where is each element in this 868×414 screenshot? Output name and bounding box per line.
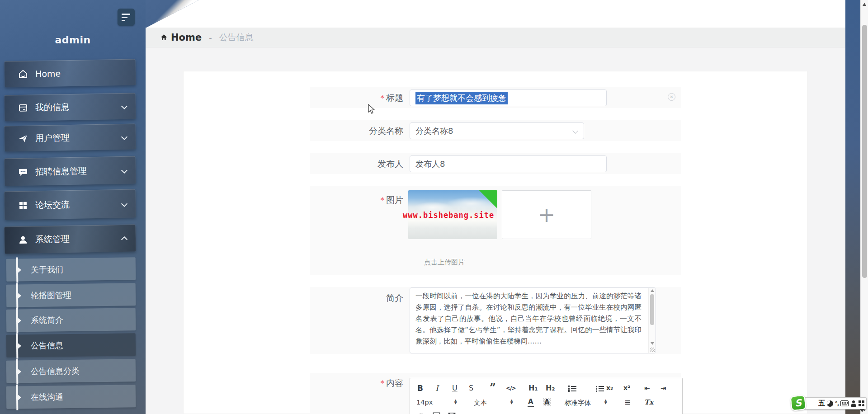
breadcrumb-home-label: Home [171, 32, 202, 43]
image-icon [433, 412, 440, 414]
font-updown-icon[interactable] [604, 399, 607, 405]
sidebar-item-announcement-category[interactable]: 公告信息分类 [6, 359, 136, 383]
title-input[interactable]: 有了梦想就不会感到疲惫 [410, 89, 607, 106]
submenu-marker-icon [16, 283, 19, 308]
text-color-button[interactable]: A [528, 398, 534, 407]
insert-video-button[interactable] [448, 412, 456, 414]
link-button[interactable] [417, 412, 425, 414]
sidebar-item-carousel-management[interactable]: 轮播图管理 [6, 283, 136, 307]
sidebar-item-announcement-info[interactable]: 公告信息 [6, 333, 136, 357]
image-upload-button[interactable]: + [502, 190, 591, 239]
required-asterisk: * [381, 94, 385, 103]
ime-logo[interactable]: S [790, 395, 806, 411]
scrollbar-thumb[interactable] [862, 25, 867, 278]
link-icon [417, 412, 425, 414]
category-select[interactable]: 分类名称8 [410, 122, 584, 139]
superscript-button[interactable]: x² [623, 384, 630, 391]
submenu-label: 在线沟通 [31, 391, 63, 403]
submenu-marker-icon [16, 385, 19, 410]
submenu-label: 公告信息分类 [31, 366, 80, 377]
textarea-scrollbar[interactable] [648, 288, 656, 353]
sidebar-item-system-intro[interactable]: 系统简介 [6, 308, 136, 332]
chevron-down-icon [121, 200, 127, 207]
blockquote-button[interactable]: ” [490, 385, 496, 391]
publisher-value: 发布人8 [415, 159, 445, 169]
submenu-label: 系统简介 [31, 315, 63, 326]
soft-keyboard-icon[interactable] [840, 400, 849, 406]
breadcrumb-separator: - [209, 33, 212, 42]
italic-button[interactable]: I [435, 384, 439, 393]
heading2-button[interactable]: H₂ [546, 384, 555, 392]
sidebar-item-my-info[interactable]: 我的信息 [5, 93, 136, 121]
sidebar-item-forum[interactable]: 论坛交流 [4, 189, 136, 220]
chevron-down-icon [572, 128, 578, 134]
code-button[interactable]: </> [506, 385, 516, 391]
style-updown-icon[interactable] [510, 399, 513, 405]
strikethrough-button[interactable]: S [469, 384, 473, 392]
ime-account-icon[interactable] [850, 400, 857, 407]
home-icon [160, 33, 168, 41]
align-button[interactable]: ≡ [624, 398, 630, 407]
bullet-list-button[interactable] [596, 386, 604, 391]
publisher-input[interactable]: 发布人8 [410, 155, 607, 172]
clear-input-icon[interactable]: ✕ [668, 93, 675, 101]
breadcrumb: Home - 公告信息 [146, 28, 845, 47]
background-color-button[interactable]: A [543, 398, 551, 406]
scroll-down-icon[interactable] [651, 342, 654, 345]
ime-toolbar[interactable]: 五 °, [804, 397, 867, 409]
outdent-button[interactable]: ⇤ [644, 384, 650, 392]
sidebar-item-online-chat[interactable]: 在线沟通 [6, 385, 136, 409]
sidebar-item-label: 论坛交流 [35, 198, 118, 211]
resize-handle-icon[interactable] [650, 348, 655, 352]
sidebar-item-home[interactable]: Home [5, 59, 136, 87]
sidebar-item-system-management[interactable]: 系统管理 [4, 224, 136, 254]
chevron-down-icon [121, 133, 127, 140]
sidebar-item-user-management[interactable]: 用户管理 [5, 123, 136, 151]
intro-label: 简介 [310, 289, 403, 306]
video-icon [448, 412, 456, 414]
bold-button[interactable]: B [417, 384, 423, 393]
home-icon [18, 69, 29, 79]
underline-button[interactable]: U [452, 384, 458, 392]
font-size-select[interactable]: 14px [416, 399, 433, 406]
publisher-label: 发布人 [310, 153, 403, 174]
ime-collapse-icon[interactable] [860, 409, 864, 412]
ime-wubi-button[interactable]: 五 [818, 399, 825, 408]
menu-toggle-button[interactable] [118, 9, 135, 26]
upload-hint: 点击上传图片 [424, 258, 465, 267]
submenu-label: 公告信息 [31, 340, 63, 351]
intro-textarea[interactable]: 一段时间以前，一位在港的大陆学生，因为学业的压力、前途的渺茫等诸多原因，选择了自… [410, 287, 656, 353]
punctuation-mode-button[interactable]: °, [835, 400, 839, 407]
chat-icon [18, 167, 29, 177]
halfwidth-moon-icon[interactable] [827, 400, 833, 407]
chevron-down-icon [121, 103, 127, 109]
insert-image-button[interactable] [433, 412, 440, 414]
ordered-list-button[interactable] [568, 386, 576, 391]
chevron-up-icon [121, 236, 127, 243]
sidebar-item-about-us[interactable]: 关于我们 [6, 257, 136, 281]
right-edge-strip [845, 0, 860, 414]
image-label: *图片 [310, 186, 403, 213]
breadcrumb-home-link[interactable]: Home [160, 32, 202, 43]
clean-format-button[interactable]: Tx [644, 398, 653, 406]
chevron-down-icon [121, 167, 127, 173]
subscript-button[interactable]: x₂ [606, 384, 613, 391]
sidebar-item-recruitment-management[interactable]: 招聘信息管理 [4, 156, 136, 186]
submenu-marker-icon [16, 359, 19, 384]
indent-button[interactable]: ⇥ [660, 384, 666, 392]
page-scrollbar[interactable] [860, 0, 868, 414]
heading1-button[interactable]: H₁ [528, 384, 538, 392]
ime-toolbox-icon[interactable] [859, 400, 864, 406]
scroll-up-icon[interactable] [863, 3, 866, 6]
content-editor[interactable]: B I U S ” </> H₁ H₂ x₂ x² ⇤ ⇥ 14px 文本 A … [410, 378, 683, 414]
scrollbar-thumb[interactable] [650, 294, 654, 325]
sidebar-item-label: 我的信息 [35, 100, 118, 113]
top-strip [146, 0, 845, 28]
required-asterisk: * [381, 379, 385, 388]
scroll-up-icon[interactable] [651, 289, 654, 292]
size-updown-icon[interactable] [454, 399, 457, 405]
text-style-select[interactable]: 文本 [474, 399, 487, 407]
font-family-select[interactable]: 标准字体 [565, 399, 591, 407]
sidebar: admin Home 我的信息 用户管理 [0, 0, 146, 414]
username: admin [0, 34, 146, 46]
